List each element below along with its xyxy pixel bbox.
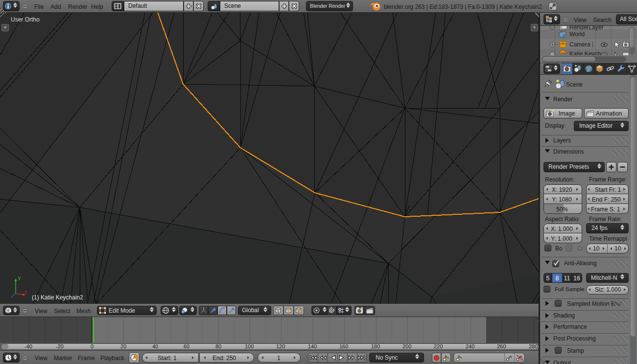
svg-text:Katie Keych: Katie Keych bbox=[569, 50, 601, 55]
svg-text:x: x bbox=[24, 289, 27, 295]
svg-text:RenderLayer: RenderLayer bbox=[569, 26, 603, 31]
svg-text:World: World bbox=[569, 31, 585, 38]
svg-text:5: 5 bbox=[546, 275, 550, 282]
svg-text:y: y bbox=[18, 274, 21, 280]
svg-text:Camera: Camera bbox=[569, 41, 590, 48]
svg-text:16: 16 bbox=[573, 275, 580, 282]
svg-text:11: 11 bbox=[564, 275, 570, 282]
svg-text:8: 8 bbox=[556, 275, 559, 282]
